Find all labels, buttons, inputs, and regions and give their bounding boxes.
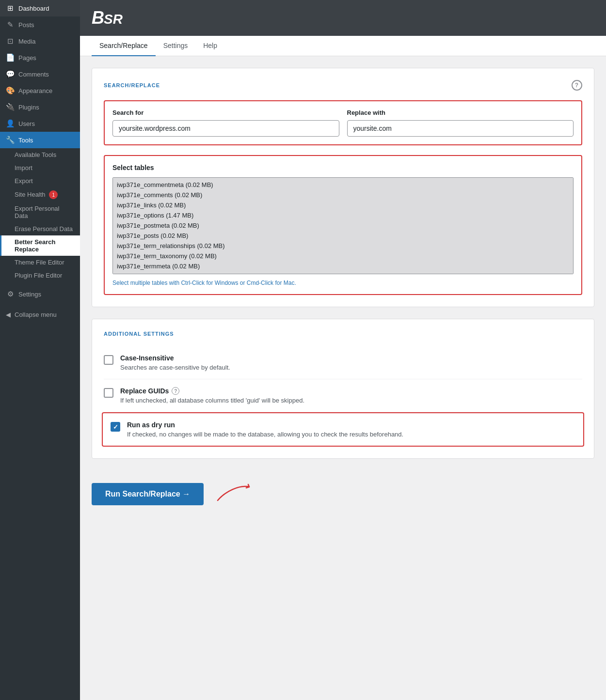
additional-settings-card: ADDITIONAL SETTINGS Case-Insensitive Sea…	[92, 319, 594, 459]
arrow-annotation	[215, 482, 254, 506]
plugins-icon: 🔌	[6, 103, 15, 111]
settings-icon: ⚙	[6, 290, 15, 298]
run-button-row: Run Search/Replace →	[80, 482, 606, 506]
collapse-menu-button[interactable]: ◀ Collapse menu	[0, 306, 80, 323]
table-option-0[interactable]: iwp371e_commentmeta (0.02 MB)	[113, 180, 573, 190]
sidebar-item-comments[interactable]: 💬 Comments	[0, 66, 80, 82]
media-icon: ⊡	[6, 37, 15, 46]
tables-hint: Select multiple tables with Ctrl-Click f…	[112, 280, 574, 286]
dry-run-label: Run as dry run	[127, 421, 403, 429]
sidebar-item-posts[interactable]: ✎ Posts	[0, 16, 80, 33]
replace-input[interactable]	[347, 120, 574, 137]
bsr-logo: BSR	[92, 8, 122, 28]
content-area: SEARCH/REPLACE ? Search for Replace with…	[80, 56, 606, 482]
card-title-search-replace: SEARCH/REPLACE ?	[104, 80, 582, 91]
submenu-import[interactable]: Import	[0, 161, 80, 174]
comments-icon: 💬	[6, 70, 15, 78]
table-option-5[interactable]: iwp371e_posts (0.02 MB)	[113, 231, 573, 241]
table-option-9[interactable]: iwp371e_terms (0.02 MB)	[113, 271, 573, 274]
case-insensitive-row: Case-Insensitive Searches are case-sensi…	[104, 346, 582, 379]
search-replace-card: SEARCH/REPLACE ? Search for Replace with…	[92, 68, 594, 307]
submenu-theme-file-editor[interactable]: Theme File Editor	[0, 256, 80, 269]
tab-settings[interactable]: Settings	[156, 36, 196, 56]
dry-run-checkbox[interactable]	[111, 422, 120, 432]
replace-field-group: Replace with	[347, 109, 574, 137]
replace-guids-help-icon[interactable]: ?	[172, 387, 179, 395]
submenu-available-tools[interactable]: Available Tools	[0, 148, 80, 161]
table-option-7[interactable]: iwp371e_term_taxonomy (0.02 MB)	[113, 251, 573, 261]
sidebar-item-settings[interactable]: ⚙ Settings	[0, 286, 80, 302]
table-option-3[interactable]: iwp371e_options (1.47 MB)	[113, 210, 573, 220]
replace-guids-checkbox[interactable]	[104, 388, 113, 398]
collapse-icon: ◀	[6, 311, 11, 318]
additional-settings-title: ADDITIONAL SETTINGS	[104, 331, 582, 337]
table-option-2[interactable]: iwp371e_links (0.02 MB)	[113, 200, 573, 210]
tab-search-replace[interactable]: Search/Replace	[92, 36, 156, 56]
table-option-6[interactable]: iwp371e_term_relationships (0.02 MB)	[113, 241, 573, 251]
submenu-plugin-file-editor[interactable]: Plugin File Editor	[0, 269, 80, 282]
pages-icon: 📄	[6, 53, 15, 62]
posts-icon: ✎	[6, 20, 15, 29]
tables-listbox[interactable]: iwp371e_commentmeta (0.02 MB) iwp371e_co…	[112, 177, 574, 274]
sidebar-item-tools[interactable]: 🔧 Tools	[0, 132, 80, 148]
sidebar-item-users[interactable]: 👤 Users	[0, 115, 80, 132]
select-tables-title: Select tables	[112, 164, 574, 171]
replace-label: Replace with	[347, 109, 574, 116]
submenu-export-personal-data[interactable]: Export Personal Data	[0, 202, 80, 222]
replace-guids-row: Replace GUIDs ? If left unchecked, all d…	[104, 379, 582, 412]
table-option-1[interactable]: iwp371e_comments (0.02 MB)	[113, 190, 573, 200]
run-search-replace-button[interactable]: Run Search/Replace →	[92, 483, 204, 505]
submenu-better-search-replace[interactable]: Better Search Replace	[0, 235, 80, 256]
submenu-export[interactable]: Export	[0, 174, 80, 187]
case-insensitive-desc: Searches are case-sensitive by default.	[120, 364, 230, 371]
sidebar-item-appearance[interactable]: 🎨 Appearance	[0, 82, 80, 99]
replace-guids-label: Replace GUIDs ?	[120, 387, 304, 395]
tools-icon: 🔧	[6, 136, 15, 144]
dry-run-desc: If checked, no changes will be made to t…	[127, 431, 403, 438]
submenu-site-health[interactable]: Site Health 1	[0, 187, 80, 202]
table-option-4[interactable]: iwp371e_postmeta (0.02 MB)	[113, 220, 573, 231]
sidebar-item-plugins[interactable]: 🔌 Plugins	[0, 99, 80, 115]
dashboard-icon: ⊞	[6, 4, 15, 13]
table-option-8[interactable]: iwp371e_termmeta (0.02 MB)	[113, 261, 573, 271]
appearance-icon: 🎨	[6, 86, 15, 95]
replace-guids-desc: If left unchecked, all database columns …	[120, 397, 304, 404]
site-health-badge: 1	[49, 190, 58, 199]
submenu-erase-personal-data[interactable]: Erase Personal Data	[0, 222, 80, 235]
sidebar-item-dashboard[interactable]: ⊞ Dashboard	[0, 0, 80, 16]
tab-help[interactable]: Help	[195, 36, 225, 56]
dry-run-row: Run as dry run If checked, no changes wi…	[102, 412, 584, 447]
search-replace-fields: Search for Replace with	[104, 100, 582, 145]
sidebar: ⊞ Dashboard ✎ Posts ⊡ Media 📄 Pages 💬 Co…	[0, 0, 80, 700]
case-insensitive-label: Case-Insensitive	[120, 354, 230, 362]
main-content: BSR Search/Replace Settings Help SEARCH/…	[80, 0, 606, 700]
help-icon-button[interactable]: ?	[572, 80, 582, 91]
select-tables-section: Select tables iwp371e_commentmeta (0.02 …	[104, 155, 582, 295]
search-field-group: Search for	[112, 109, 339, 137]
users-icon: 👤	[6, 119, 15, 128]
tabs-bar: Search/Replace Settings Help	[80, 36, 606, 56]
case-insensitive-checkbox[interactable]	[104, 355, 113, 365]
plugin-header: BSR	[80, 0, 606, 36]
sidebar-item-media[interactable]: ⊡ Media	[0, 33, 80, 49]
search-input[interactable]	[112, 120, 339, 137]
search-label: Search for	[112, 109, 339, 116]
sidebar-item-pages[interactable]: 📄 Pages	[0, 49, 80, 66]
red-arrow-svg	[215, 482, 254, 506]
